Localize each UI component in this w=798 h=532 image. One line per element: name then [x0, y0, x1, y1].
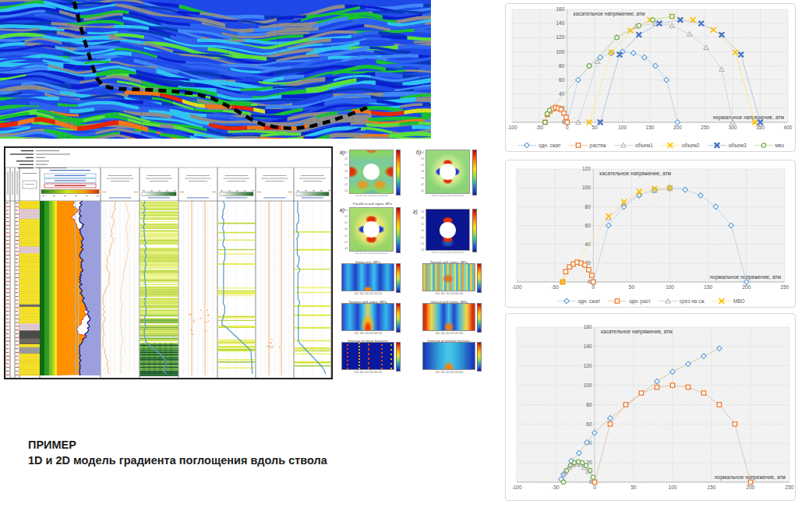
- colorbar: [396, 342, 401, 372]
- svg-text:250: 250: [781, 284, 789, 290]
- legend-item: одн. сжат: [517, 142, 561, 149]
- legend-item: одн. сжат: [556, 298, 601, 305]
- legend-marker: [568, 142, 588, 149]
- stress-strip-plot: [341, 303, 394, 331]
- stress-map-g: [425, 209, 470, 251]
- legend-marker: [711, 298, 732, 305]
- svg-text:120: 120: [556, 34, 564, 40]
- chart-legend: одн. сжатрастяжобъем1объем2объем3мво: [506, 142, 795, 149]
- svg-text:150: 150: [704, 284, 712, 290]
- svg-text:80: 80: [559, 63, 565, 69]
- miniplot-b-xticks: -0.4 -0.3 -0.2 -0.1 0.0 0.1 0.2 0.3 0.4: [425, 195, 470, 197]
- svg-text:50: 50: [630, 484, 637, 490]
- miniplot-g-xticks: -0.4 -0.3 -0.2 -0.1 0.0 0.1 0.2 0.3 0.4: [425, 252, 470, 254]
- mohr-chart-3: -100-50050100150200250020406080100120140…: [505, 313, 796, 501]
- stress-strip-plot: [422, 342, 475, 370]
- stress-map-a: [349, 150, 394, 194]
- strip-xticks: -150 -100 -50 0 50 100 150: [422, 332, 475, 335]
- colorbar: [477, 342, 482, 372]
- svg-text:60: 60: [559, 77, 565, 83]
- legend-item: растяж: [568, 142, 606, 149]
- svg-text:50: 50: [592, 125, 598, 130]
- legend-marker: [707, 142, 727, 149]
- legend-marker: [613, 142, 634, 149]
- seismic-section-image: [0, 0, 431, 139]
- well-log-plate: [4, 146, 333, 379]
- svg-text:150: 150: [708, 484, 716, 490]
- svg-text:-100: -100: [511, 484, 521, 490]
- legend-label: срез на сж: [680, 298, 704, 304]
- svg-text:100: 100: [618, 125, 627, 130]
- strip-xticks: -150 -100 -50 0 50 100 150: [422, 371, 475, 374]
- svg-text:140: 140: [556, 20, 564, 26]
- svg-text:100: 100: [666, 284, 674, 290]
- miniplot-a-yticks: 0.3 0.2 0.1 0.0 -0.1 -0.2 -0.3: [340, 150, 348, 195]
- svg-text:0: 0: [566, 125, 569, 130]
- colorbar: [472, 150, 477, 196]
- miniplot-b-yticks: 0.3 0.2 0.1 0.0 -0.1 -0.2 -0.3: [416, 150, 424, 195]
- svg-text:250: 250: [786, 484, 794, 490]
- stress-map-v: [349, 207, 394, 252]
- colorbar: [477, 303, 482, 333]
- svg-text:100: 100: [584, 382, 592, 388]
- svg-text:200: 200: [747, 484, 755, 490]
- svg-text:400: 400: [784, 125, 793, 130]
- stress-map-b: [425, 150, 470, 194]
- stress-strip-plot: [422, 303, 475, 331]
- chart-canvas: -100-50050100150200250020406080100120кас…: [506, 160, 795, 307]
- svg-text:0: 0: [589, 479, 592, 484]
- svg-text:нормальное напряжение, атм: нормальное напряжение, атм: [713, 115, 785, 121]
- mohr-chart-1: -100-50050100150200250300350400020406080…: [505, 3, 796, 152]
- legend-label: объем1: [635, 143, 653, 148]
- miniplot-a-xticks: -0.4 -0.3 -0.2 -0.1 0.0 0.1 0.2 0.3 0.4: [349, 195, 394, 197]
- strip-xticks: -150 -100 -50 0 50 100 150: [341, 371, 394, 374]
- colorbar: [472, 209, 477, 252]
- caption-title: ПРИМЕР: [28, 439, 433, 451]
- colorbar: [396, 207, 401, 253]
- svg-text:0: 0: [593, 484, 596, 490]
- colorbar: [396, 263, 401, 293]
- legend-item: мво: [754, 142, 784, 149]
- svg-text:100: 100: [556, 49, 564, 55]
- svg-text:80: 80: [585, 204, 591, 210]
- svg-text:250: 250: [701, 125, 709, 130]
- colorbar: [396, 150, 401, 196]
- strip-xticks: -150 -100 -50 0 50 100 150: [341, 332, 394, 335]
- svg-text:60: 60: [585, 223, 591, 228]
- legend-marker: [556, 298, 577, 305]
- legend-label: одн. сжат: [538, 143, 561, 148]
- svg-text:60: 60: [586, 421, 592, 427]
- legend-label: объем3: [729, 143, 747, 148]
- svg-text:200: 200: [742, 284, 750, 290]
- svg-text:0: 0: [591, 284, 595, 290]
- svg-text:-100: -100: [507, 125, 517, 130]
- legend-label: МВО: [733, 298, 745, 304]
- chart-legend: одн. сжатодн. растсрез на сжМВО: [506, 298, 795, 305]
- legend-label: одн. раст: [629, 298, 651, 304]
- borehole-stress-panel: а) б) в) г) 0.3 0.2 0.1 0.0 -0.1 -0.2 -0…: [335, 146, 491, 380]
- svg-text:-50: -50: [551, 284, 559, 290]
- miniplot-v-xticks: -0.4 -0.3 -0.2 -0.1 0.0 0.1 0.2 0.3 0.4: [349, 252, 394, 255]
- svg-text:80: 80: [586, 402, 592, 407]
- legend-label: растяж: [590, 143, 606, 148]
- miniplot-v-yticks: 0.3 0.2 0.1 0.0 -0.1 -0.2 -0.3: [340, 208, 348, 252]
- colorbar: [477, 263, 482, 293]
- miniplot-g-yticks: 0.3 0.2 0.1 0.0 -0.1 -0.2 -0.3: [416, 210, 424, 254]
- colorbar: [396, 303, 401, 333]
- svg-text:160: 160: [556, 6, 564, 12]
- svg-text:100: 100: [669, 484, 677, 490]
- legend-marker: [517, 142, 537, 149]
- svg-text:200: 200: [673, 125, 682, 130]
- svg-text:-100: -100: [511, 284, 521, 290]
- caption-subtitle: 1D и 2D модель градиента поглощения вдол…: [28, 454, 433, 467]
- svg-text:300: 300: [729, 125, 737, 130]
- stress-strip-plot: [341, 263, 394, 291]
- stress-strip-plot: [341, 342, 394, 370]
- svg-text:касательное напряжение, атм: касательное напряжение, атм: [601, 329, 673, 335]
- svg-text:-50: -50: [552, 484, 560, 490]
- chart-canvas: -100-50050100150200250020406080100120140…: [506, 314, 795, 500]
- legend-marker: [754, 142, 774, 149]
- strip-xticks: -150 -100 -50 0 50 100 150: [341, 292, 394, 295]
- legend-marker: [607, 298, 627, 305]
- svg-text:120: 120: [582, 166, 591, 171]
